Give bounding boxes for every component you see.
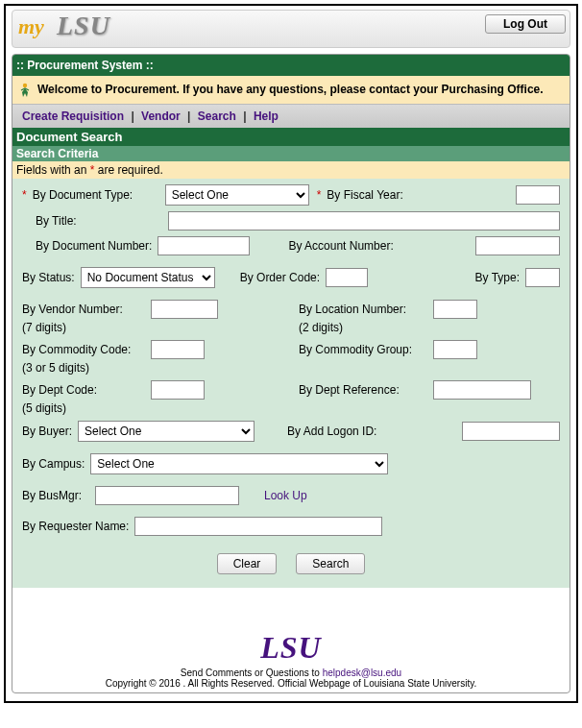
label-campus: By Campus: — [22, 457, 85, 471]
label-busmgr: By BusMgr: — [22, 489, 82, 502]
required-star: * — [317, 188, 322, 202]
label-order-code: By Order Code: — [240, 271, 320, 284]
system-title: :: Procurement System :: — [12, 55, 570, 76]
welcome-text: Welcome to Procurement. If you have any … — [37, 82, 544, 97]
search-form: * By Document Type: Select One * By Fisc… — [12, 179, 570, 588]
hint-commodity: (3 or 5 digits) — [22, 361, 89, 375]
menu-sep: | — [239, 109, 250, 123]
account-num-input[interactable] — [475, 236, 560, 255]
campus-select[interactable]: Select One — [90, 453, 388, 474]
svg-point-0 — [23, 84, 27, 87]
title-input[interactable] — [168, 211, 560, 231]
label-location-num: By Location Number: — [299, 303, 427, 316]
label-requester: By Requester Name: — [22, 520, 129, 533]
logo-my: my — [18, 14, 44, 39]
dept-ref-input[interactable] — [433, 380, 531, 400]
menu-search[interactable]: Search — [198, 109, 236, 123]
label-status: By Status: — [22, 271, 75, 284]
label-add-logon: By Add Logon ID: — [287, 425, 376, 438]
menu-create[interactable]: Create Requisition — [22, 109, 124, 123]
app-window: my LSU Log Out :: Procurement System :: … — [4, 4, 578, 703]
vendor-num-input[interactable] — [151, 300, 218, 319]
menu-vendor[interactable]: Vendor — [141, 109, 181, 123]
hint-dept: (5 digits) — [22, 401, 66, 415]
search-button[interactable]: Search — [296, 553, 365, 574]
section-subtitle: Search Criteria — [12, 146, 570, 161]
topbar: my LSU Log Out — [12, 10, 570, 48]
required-note: Fields with an * are required. — [12, 161, 570, 179]
label-account-num: By Account Number: — [288, 239, 393, 253]
dept-code-input[interactable] — [151, 380, 205, 400]
hint-vendor: (7 digits) — [22, 321, 145, 334]
commodity-group-input[interactable] — [433, 340, 477, 359]
clear-button[interactable]: Clear — [217, 553, 278, 574]
hint-location: (2 digits) — [299, 321, 343, 334]
fiscal-year-input[interactable] — [516, 185, 560, 205]
menu-sep: | — [127, 109, 137, 123]
label-title: By Title: — [36, 214, 162, 228]
required-pre: Fields with an — [16, 163, 90, 177]
label-doc-type: By Document Type: — [33, 188, 159, 202]
logout-button[interactable]: Log Out — [485, 14, 566, 34]
footer-copyright: Copyright © 2016 . All Rights Reserved. … — [12, 678, 570, 689]
required-star: * — [22, 188, 27, 202]
footer-line1: Send Comments or Questions to — [181, 667, 323, 678]
busmgr-input[interactable] — [95, 486, 239, 505]
label-commodity-group: By Commodity Group: — [299, 343, 427, 356]
location-num-input[interactable] — [433, 300, 477, 319]
logo-lsu: LSU — [57, 11, 110, 41]
label-fiscal-year: By Fiscal Year: — [327, 188, 402, 202]
status-select[interactable]: No Document Status — [81, 267, 215, 288]
section-title: Document Search — [12, 128, 570, 146]
menubar: Create Requisition | Vendor | Search | H… — [12, 105, 570, 128]
doc-num-input[interactable] — [158, 236, 250, 255]
footer-email[interactable]: helpdesk@lsu.edu — [323, 667, 401, 678]
requester-input[interactable] — [134, 517, 382, 536]
welcome-bar: Welcome to Procurement. If you have any … — [12, 76, 570, 105]
commodity-code-input[interactable] — [151, 340, 205, 359]
required-post: are required. — [94, 163, 162, 177]
content-panel: :: Procurement System :: Welcome to Proc… — [12, 54, 570, 693]
order-code-input[interactable] — [326, 268, 368, 287]
doc-type-select[interactable]: Select One — [165, 184, 309, 206]
label-vendor-num: By Vendor Number: — [22, 303, 145, 316]
person-icon — [18, 83, 32, 98]
label-dept-code: By Dept Code: — [22, 383, 145, 397]
add-logon-input[interactable] — [462, 422, 560, 441]
label-type: By Type: — [475, 271, 520, 284]
label-buyer: By Buyer: — [22, 425, 72, 438]
buyer-select[interactable]: Select One — [78, 421, 255, 442]
footer: LSU Send Comments or Questions to helpde… — [12, 630, 570, 692]
label-doc-num: By Document Number: — [36, 239, 152, 253]
menu-help[interactable]: Help — [254, 109, 279, 123]
footer-logo: LSU — [12, 630, 570, 666]
label-commodity-code: By Commodity Code: — [22, 343, 145, 356]
lookup-link[interactable]: Look Up — [264, 489, 307, 502]
label-dept-ref: By Dept Reference: — [299, 383, 427, 397]
type-input[interactable] — [525, 268, 560, 287]
menu-sep: | — [183, 109, 194, 123]
